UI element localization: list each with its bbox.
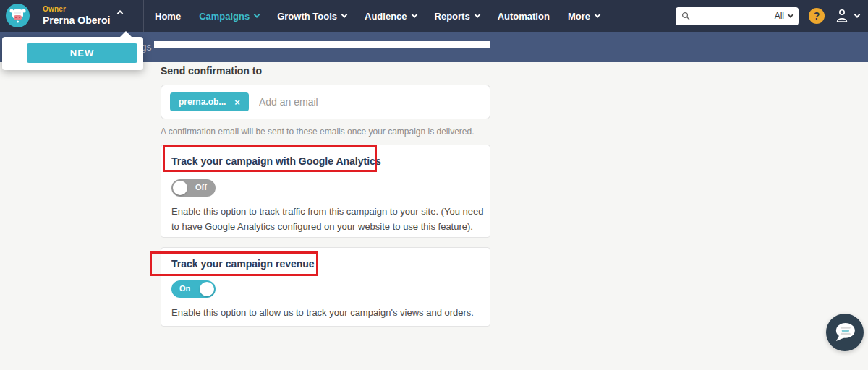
account-name: Prerna Oberoi: [43, 14, 110, 26]
add-email-input[interactable]: [259, 96, 481, 108]
nav-label: Reports: [435, 11, 470, 22]
nav-item-growth-tools[interactable]: Growth Tools: [277, 11, 346, 22]
nav-label: More: [568, 11, 590, 22]
toggle-knob: [173, 181, 187, 195]
google-analytics-card-description: Enable this option to track traffic from…: [171, 205, 490, 235]
owner-label: Owner: [43, 5, 110, 13]
send-confirmation-label: Send confirmation to: [161, 65, 262, 77]
cow-mascot-icon: [6, 4, 30, 27]
toggle-state-label: On: [179, 284, 190, 293]
nav-label: Growth Tools: [277, 11, 337, 22]
nav-label: Audience: [365, 11, 407, 22]
nav-label: Home: [155, 11, 181, 22]
confirmation-email-input-box[interactable]: prerna.ob... ×: [161, 85, 490, 119]
search-icon: [681, 12, 690, 20]
google-analytics-toggle[interactable]: Off: [171, 179, 216, 197]
google-analytics-card-title: Track your campaign with Google Analytic…: [171, 155, 381, 167]
nav-label: Campaigns: [199, 11, 250, 22]
revenue-card-description: Enable this option to allow us to track …: [171, 306, 490, 321]
chevron-down-icon: [474, 12, 480, 17]
search-box[interactable]: All: [676, 7, 799, 25]
nav-item-audience[interactable]: Audience: [365, 11, 417, 22]
confirmation-helper-text: A confirmation email will be sent to the…: [161, 126, 475, 137]
nav-item-automation[interactable]: Automation: [498, 11, 550, 22]
help-icon[interactable]: ?: [809, 8, 825, 24]
chevron-down-icon: [341, 12, 347, 17]
email-chip[interactable]: prerna.ob... ×: [170, 92, 249, 111]
revenue-toggle[interactable]: On: [171, 280, 216, 298]
revenue-card-title: Track your campaign revenue: [171, 258, 315, 270]
chat-widget-button[interactable]: [826, 314, 864, 351]
chevron-down-icon: [854, 12, 860, 17]
top-navbar: Owner Prerna Oberoi Home Campaigns Growt…: [0, 0, 868, 32]
revenue-card: Track your campaign revenue On Enable th…: [161, 247, 490, 327]
dropdown-caret: [119, 31, 132, 38]
account-menu[interactable]: Owner Prerna Oberoi: [6, 4, 110, 27]
nav-item-home[interactable]: Home: [155, 11, 181, 22]
avatar[interactable]: [6, 4, 30, 27]
primary-nav: Home Campaigns Growth Tools Audience Rep…: [145, 0, 600, 32]
navbar-divider: [143, 0, 144, 32]
search-scope-value: All: [775, 11, 784, 21]
toggle-knob: [200, 282, 214, 296]
chevron-down-icon: [411, 12, 417, 17]
account-dropdown-panel: NEW: [2, 37, 143, 70]
chat-icon: [831, 319, 859, 346]
chip-remove-icon[interactable]: ×: [234, 98, 240, 107]
nav-item-reports[interactable]: Reports: [435, 11, 480, 22]
user-icon: [835, 8, 849, 24]
chevron-down-icon: [595, 12, 600, 17]
progress-bar: [154, 41, 490, 48]
nav-label: Automation: [498, 11, 550, 22]
chevron-down-icon: [254, 12, 260, 17]
user-menu[interactable]: [835, 8, 859, 24]
email-chip-text: prerna.ob...: [179, 97, 226, 107]
search-scope-dropdown[interactable]: All: [775, 11, 793, 21]
new-button[interactable]: NEW: [27, 43, 137, 63]
google-analytics-card: Track your campaign with Google Analytic…: [161, 145, 490, 238]
search-input[interactable]: [690, 11, 775, 21]
nav-item-more[interactable]: More: [568, 11, 600, 22]
toggle-state-label: Off: [195, 183, 207, 192]
chevron-up-icon[interactable]: [117, 10, 123, 16]
nav-item-campaigns[interactable]: Campaigns: [199, 11, 259, 22]
chevron-down-icon: [788, 12, 793, 17]
